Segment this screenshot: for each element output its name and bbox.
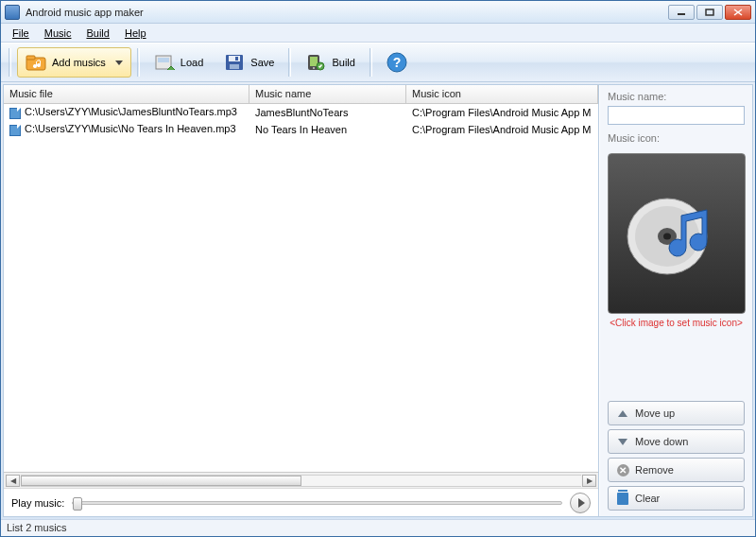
cell-icon: C:\Program Files\Android Music App M — [406, 107, 598, 118]
separator — [137, 48, 140, 77]
table-header: Music file Music name Music icon — [4, 85, 598, 104]
cell-icon: C:\Program Files\Android Music App M — [406, 124, 598, 135]
save-label: Save — [250, 57, 274, 68]
menu-file[interactable]: File — [5, 26, 37, 41]
properties-pane: Music name: Music icon: <Click image to … — [599, 85, 752, 516]
audio-file-icon — [9, 108, 21, 119]
build-label: Build — [332, 57, 354, 68]
add-musics-button[interactable]: Add musics — [17, 47, 131, 78]
audio-file-icon — [9, 125, 21, 136]
separator — [9, 48, 11, 77]
toolbar: Add musics Load Save Build ? — [1, 43, 755, 82]
svg-text:?: ? — [393, 55, 402, 70]
content-area: Music file Music name Music icon C:\User… — [3, 84, 753, 517]
load-icon — [154, 52, 175, 73]
statusbar: List 2 musics — [1, 519, 755, 536]
svg-point-14 — [313, 67, 315, 69]
music-list-pane: Music file Music name Music icon C:\User… — [4, 85, 599, 516]
svg-rect-9 — [229, 56, 240, 61]
minimize-button[interactable] — [668, 5, 695, 20]
scroll-left-button[interactable]: ◀ — [6, 475, 20, 487]
col-header-name[interactable]: Music name — [249, 85, 406, 103]
titlebar[interactable]: Android music app maker — [1, 1, 755, 24]
app-window: Android music app maker File Music Build… — [0, 0, 756, 537]
move-up-label: Move up — [635, 407, 675, 419]
clear-button[interactable]: Clear — [608, 486, 745, 511]
status-text: List 2 musics — [7, 522, 67, 533]
remove-button[interactable]: ✕ Remove — [608, 458, 745, 482]
help-button[interactable]: ? — [378, 47, 416, 78]
maximize-icon — [705, 9, 714, 16]
arrow-up-icon — [616, 407, 629, 420]
move-up-button[interactable]: Move up — [608, 401, 745, 425]
remove-label: Remove — [635, 464, 674, 476]
app-icon — [5, 5, 20, 20]
scroll-track[interactable] — [21, 475, 581, 487]
h-scrollbar[interactable]: ◀ ▶ — [4, 472, 598, 488]
svg-point-21 — [663, 234, 671, 240]
table-body[interactable]: C:\Users\ZYY\Music\JamesBluntNoTears.mp3… — [4, 104, 598, 472]
svg-rect-0 — [678, 13, 685, 15]
menu-build[interactable]: Build — [78, 26, 116, 41]
trash-icon — [616, 492, 629, 505]
chevron-down-icon — [115, 61, 123, 65]
col-header-icon[interactable]: Music icon — [406, 85, 598, 103]
music-name-label: Music name: — [608, 91, 745, 102]
svg-rect-5 — [26, 56, 35, 60]
minimize-icon — [677, 9, 686, 16]
scroll-right-button[interactable]: ▶ — [582, 475, 596, 487]
cell-name: No Tears In Heaven — [249, 124, 406, 135]
music-icon-preview[interactable] — [608, 153, 746, 314]
remove-icon: ✕ — [616, 463, 629, 476]
cell-file: C:\Users\ZYY\Music\No Tears In Heaven.mp… — [25, 123, 236, 134]
col-header-file[interactable]: Music file — [4, 85, 249, 103]
clear-label: Clear — [635, 493, 660, 504]
menubar: File Music Build Help — [1, 24, 755, 43]
play-icon — [578, 498, 585, 508]
close-button[interactable] — [725, 5, 751, 20]
music-folder-icon — [26, 52, 46, 73]
move-down-button[interactable]: Move down — [608, 429, 745, 454]
cell-file: C:\Users\ZYY\Music\JamesBluntNoTears.mp3 — [25, 106, 237, 117]
separator — [369, 48, 372, 77]
load-label: Load — [180, 57, 203, 68]
window-title: Android music app maker — [26, 7, 668, 18]
menu-music[interactable]: Music — [37, 26, 79, 41]
save-icon — [224, 52, 245, 73]
close-icon — [733, 9, 743, 16]
slider-thumb[interactable] — [73, 497, 82, 511]
help-icon: ? — [387, 52, 407, 73]
add-musics-label: Add musics — [52, 57, 106, 68]
build-button[interactable]: Build — [297, 47, 363, 78]
svg-rect-10 — [230, 64, 239, 69]
maximize-button[interactable] — [696, 5, 723, 20]
svg-rect-7 — [158, 58, 169, 62]
play-label: Play music: — [11, 497, 64, 509]
arrow-down-icon — [616, 435, 629, 448]
table-row[interactable]: C:\Users\ZYY\Music\No Tears In Heaven.mp… — [4, 121, 598, 138]
load-button[interactable]: Load — [146, 47, 212, 78]
play-row: Play music: — [4, 488, 598, 516]
move-down-label: Move down — [635, 436, 688, 447]
build-icon — [305, 52, 326, 73]
window-controls — [668, 5, 751, 20]
menu-help[interactable]: Help — [117, 26, 154, 41]
scroll-thumb[interactable] — [21, 476, 301, 486]
music-icon-label: Music icon: — [608, 132, 745, 144]
table-row[interactable]: C:\Users\ZYY\Music\JamesBluntNoTears.mp3… — [4, 104, 598, 121]
icon-hint: <Click image to set music icon> — [608, 318, 745, 328]
cell-name: JamesBluntNoTears — [249, 107, 406, 118]
svg-rect-11 — [235, 57, 238, 61]
play-button[interactable] — [570, 493, 591, 513]
svg-rect-1 — [706, 9, 713, 15]
separator — [288, 48, 291, 77]
music-name-input[interactable] — [608, 106, 745, 125]
play-slider[interactable] — [72, 501, 562, 505]
side-buttons: Move up Move down ✕ Remove Clear — [608, 401, 745, 511]
cd-music-icon — [620, 182, 733, 286]
save-button[interactable]: Save — [215, 47, 283, 78]
